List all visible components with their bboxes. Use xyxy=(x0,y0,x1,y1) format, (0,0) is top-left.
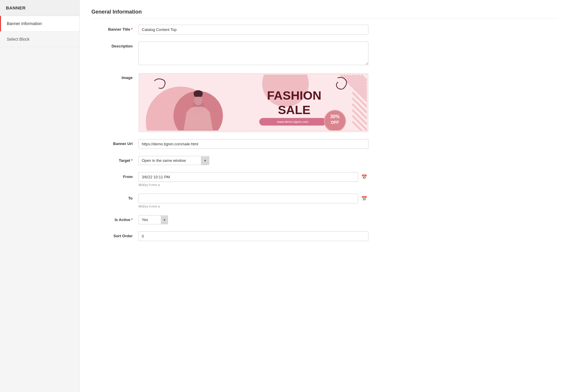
svg-text:www.demo.tigren.com: www.demo.tigren.com xyxy=(277,120,309,123)
is-active-dropdown-button[interactable] xyxy=(161,216,168,224)
section-title: General Information xyxy=(91,9,558,19)
is-active-control: Yes xyxy=(139,215,368,224)
to-date-input-wrapper: 📅 xyxy=(139,194,368,203)
sort-order-input[interactable] xyxy=(139,231,368,241)
from-label: From xyxy=(91,172,139,179)
from-date-format: M/d/yy h:mm a xyxy=(139,183,368,187)
from-date-input-wrapper: 📅 xyxy=(139,172,368,182)
to-control: 📅 M/d/yy h:mm a xyxy=(139,194,368,208)
main-content: General Information Banner Title* Descri… xyxy=(80,0,570,392)
from-calendar-icon[interactable]: 📅 xyxy=(360,173,368,182)
target-control: Open in the same window xyxy=(139,156,368,165)
target-label: Target* xyxy=(91,156,139,163)
sidebar-item-label: Select Block xyxy=(7,37,29,42)
description-control xyxy=(139,42,368,66)
sort-order-control xyxy=(139,231,368,241)
to-date-group: 📅 M/d/yy h:mm a xyxy=(139,194,368,208)
svg-text:FASHION: FASHION xyxy=(267,88,321,102)
to-calendar-icon[interactable]: 📅 xyxy=(360,194,368,203)
sidebar-title: BANNER xyxy=(0,0,79,16)
required-star: * xyxy=(131,27,133,32)
target-select-wrapper[interactable]: Open in the same window xyxy=(139,156,209,165)
sidebar-item-label: Banner Information xyxy=(7,21,42,26)
to-date-input[interactable] xyxy=(139,194,358,203)
banner-title-input[interactable] xyxy=(139,25,368,34)
banner-url-input[interactable] xyxy=(139,139,368,149)
svg-point-21 xyxy=(194,96,202,105)
banner-title-label: Banner Title* xyxy=(91,25,139,32)
banner-url-control xyxy=(139,139,368,149)
description-label: Description xyxy=(91,42,139,48)
target-select-text: Open in the same window xyxy=(139,156,201,165)
target-dropdown-button[interactable] xyxy=(201,157,209,165)
target-group: Target* Open in the same window xyxy=(91,156,558,165)
to-group: To 📅 M/d/yy h:mm a xyxy=(91,194,558,208)
banner-image-container: FASHION SALE www.demo.tigren.com 30% OFF xyxy=(139,73,368,132)
from-control: 📅 M/d/yy h:mm a xyxy=(139,172,368,187)
sort-order-group: Sort Order xyxy=(91,231,558,241)
from-date-group: 📅 M/d/yy h:mm a xyxy=(139,172,368,187)
to-date-format: M/d/yy h:mm a xyxy=(139,205,368,208)
banner-title-group: Banner Title* xyxy=(91,25,558,34)
description-group: Description xyxy=(91,42,558,66)
is-active-select-wrapper[interactable]: Yes xyxy=(139,215,168,224)
banner-url-label: Banner Url xyxy=(91,139,139,146)
from-group: From 📅 M/d/yy h:mm a xyxy=(91,172,558,187)
svg-text:30%: 30% xyxy=(330,114,340,119)
banner-title-control xyxy=(139,25,368,34)
image-group: Image xyxy=(91,73,558,132)
description-textarea[interactable] xyxy=(139,42,368,65)
svg-text:SALE: SALE xyxy=(278,103,311,117)
is-active-select-text: Yes xyxy=(139,215,161,224)
sidebar-item-select-block[interactable]: Select Block xyxy=(0,32,79,47)
required-star: * xyxy=(131,218,133,222)
banner-svg: FASHION SALE www.demo.tigren.com 30% OFF xyxy=(140,75,367,131)
image-control: FASHION SALE www.demo.tigren.com 30% OFF xyxy=(139,73,368,132)
is-active-label: Is Active* xyxy=(91,215,139,222)
banner-image-inner: FASHION SALE www.demo.tigren.com 30% OFF xyxy=(140,75,367,131)
is-active-group: Is Active* Yes xyxy=(91,215,558,224)
sidebar: BANNER Banner Information Select Block xyxy=(0,0,80,392)
required-star: * xyxy=(131,158,133,163)
image-label: Image xyxy=(91,73,139,80)
sort-order-label: Sort Order xyxy=(91,231,139,238)
to-label: To xyxy=(91,194,139,200)
sidebar-item-banner-information[interactable]: Banner Information xyxy=(0,16,79,32)
svg-text:OFF: OFF xyxy=(331,120,339,125)
banner-url-group: Banner Url xyxy=(91,139,558,149)
from-date-input[interactable] xyxy=(139,172,358,182)
